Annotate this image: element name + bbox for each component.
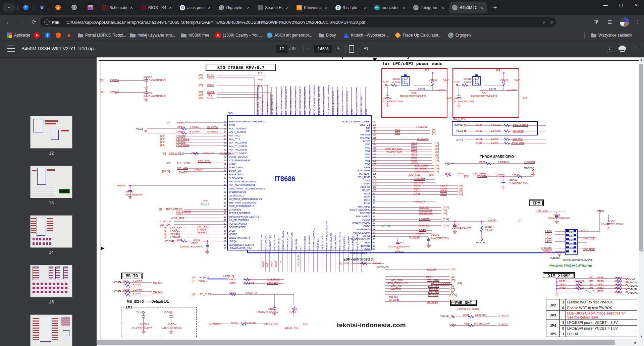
reload-button[interactable]: ⟳ <box>29 17 39 27</box>
url-field[interactable]: i Plik C:/Users/kapix/AppData/Local/Temp… <box>40 17 556 27</box>
pinned-tab-crown[interactable]: ♛ <box>36 3 48 12</box>
schematic-label: [23] <box>303 323 308 325</box>
scroll-down-arrow-icon[interactable]: ▼ <box>639 334 644 339</box>
bookmark-tradeup[interactable]: Trade Up Calculator... <box>393 31 443 39</box>
schematic-label: SLP_S5- <box>419 206 429 209</box>
folder-icon <box>78 33 83 38</box>
bookmark-ascii-art[interactable]: ASCII art generator... <box>265 31 314 39</box>
browser-menu-icon[interactable]: ⋮ <box>633 18 641 26</box>
file-info-icon[interactable]: i <box>44 19 50 25</box>
tab-na-pln[interactable]: G $ na pln - Szu ✕ <box>333 2 370 13</box>
vertical-scrollbar-thumb[interactable] <box>639 64 643 251</box>
thumbnail-page-12[interactable] <box>30 116 72 149</box>
gear-icon <box>267 33 272 38</box>
close-tab-icon[interactable]: ✕ <box>284 5 290 10</box>
tab-search-result[interactable]: Search Result ✕ <box>255 2 292 13</box>
thumbnail-page-16[interactable] <box>30 314 72 346</box>
bookmark-ergogen[interactable]: Ergogen <box>446 31 473 39</box>
profile-avatar[interactable] <box>620 17 629 27</box>
crown-icon: ♛ <box>39 5 45 10</box>
window-minimize-button[interactable]: — <box>598 0 613 11</box>
tab-search-button[interactable]: ⌄ <box>3 3 15 12</box>
pinned-tab-flame[interactable] <box>52 3 64 12</box>
schematic-label: SIO_WD- <box>513 138 523 140</box>
bookmark-czarny[interactable]: (1389) Czarny - You... <box>213 31 264 39</box>
scroll-up-arrow-icon[interactable]: ▲ <box>639 57 644 62</box>
tab-gigabyte[interactable]: Gigabyte B55 ✕ <box>216 2 254 13</box>
schematic-label: [23] <box>451 301 455 303</box>
window-maximize-button[interactable]: ▢ <box>613 0 629 11</box>
schematic-label: -RSMRST <box>524 161 535 164</box>
tab-mercedes[interactable]: olx mercedes w2 ✕ <box>372 2 409 13</box>
pinned-tab-facebook[interactable]: f <box>20 3 32 12</box>
bookmark-star-icon[interactable]: ☆ <box>548 19 556 25</box>
divider <box>50 5 50 10</box>
close-tab-icon[interactable]: ✕ <box>401 5 407 10</box>
tab-b450m-ds3h-active[interactable]: B450M DS3H ✕ <box>449 2 487 13</box>
back-button[interactable]: ← <box>3 17 13 27</box>
tab-konwersja[interactable]: Konwersja Mi ✕ <box>294 2 331 13</box>
bookmark-allegro-a[interactable]: a <box>64 31 76 39</box>
bookmark-librus[interactable]: Portal LIBRUS Rodzi... <box>76 31 128 39</box>
close-tab-icon[interactable]: ✕ <box>440 5 445 10</box>
close-tab-icon[interactable]: ✕ <box>479 5 484 10</box>
menu-hamburger-icon[interactable] <box>7 46 15 52</box>
bookmark-allegro[interactable] <box>54 31 65 39</box>
tab-asus-prime[interactable]: G asus prime b5 ✕ <box>177 2 215 13</box>
bookmark-biosy[interactable]: Biosy <box>317 31 338 39</box>
close-tab-icon[interactable]: ✕ <box>129 5 134 10</box>
reading-list-icon[interactable]: ☰ <box>606 18 614 26</box>
schematic-label: JP3 <box>258 78 262 81</box>
new-tab-button[interactable]: + <box>490 3 500 13</box>
forward-button[interactable]: → <box>16 17 26 27</box>
schematic-label: APU_SIC <box>391 285 402 288</box>
page-number-input[interactable]: 17 <box>276 45 287 53</box>
bookmark-youtube[interactable] <box>32 31 44 39</box>
bookmark-kittech[interactable]: Kittech - Wyposaże... <box>341 31 391 39</box>
extensions-puzzle-icon[interactable]: ⧩ <box>592 18 600 26</box>
bookmark-apps[interactable]: Aplikacje <box>5 31 32 39</box>
bookmark-mniej-uzywane[interactable]: mniej używane stro... <box>128 31 177 39</box>
tab-schematics[interactable]: Schematics - ✕ <box>99 2 137 13</box>
thumbnail-page-13[interactable] <box>30 166 72 198</box>
schematic-label: COPEN- <box>496 173 505 176</box>
print-button[interactable] <box>619 46 626 52</box>
zoom-level-input[interactable]: 146% <box>314 45 332 53</box>
close-tab-icon[interactable]: ✕ <box>207 5 212 10</box>
horizontal-scrollbar[interactable]: ▶ <box>97 339 639 346</box>
zoom-level-icon[interactable]: ⌕ <box>540 19 548 25</box>
window-close-button[interactable]: ✕ <box>629 0 644 11</box>
schematic-label: SOT23 <box>418 88 425 90</box>
zoom-out-button[interactable]: − <box>304 44 313 54</box>
schematic-label: [29] <box>199 76 203 79</box>
pinned-tab-shop[interactable] <box>85 3 96 12</box>
bookmark-facebook[interactable]: f <box>43 31 54 39</box>
schematic-label: OBC28 <box>383 97 391 100</box>
bookmark-all-bookmarks[interactable]: Wszystkie zakładki <box>589 31 634 39</box>
tab-bios[interactable]: BIOS - B450M ✕ <box>138 2 176 13</box>
vertical-scrollbar[interactable]: ▲ ▼ <box>639 57 644 346</box>
horizontal-scrollbar-thumb[interactable] <box>97 340 615 345</box>
schematic-label: 3VDUAL <box>550 257 560 260</box>
pdf-menu-dots-icon[interactable]: ⋮ <box>632 45 640 53</box>
zoom-in-button[interactable]: + <box>334 44 343 54</box>
bookmark-ms360[interactable]: MS360 free <box>179 31 211 39</box>
schematic-label: IO_GP35 <box>513 130 524 132</box>
fit-page-button[interactable] <box>349 45 354 53</box>
close-tab-icon[interactable]: ✕ <box>246 5 251 10</box>
thumbnail-page-15[interactable] <box>30 265 72 297</box>
tab-title: Konwersja Mi <box>304 5 321 10</box>
scroll-right-arrow-icon[interactable]: ▶ <box>633 340 638 345</box>
thumbnail-page-14[interactable] <box>30 215 72 248</box>
close-tab-icon[interactable]: ✕ <box>362 5 368 10</box>
close-tab-icon[interactable]: ✕ <box>168 5 173 10</box>
schematic-label: IO_GP35 <box>220 152 230 155</box>
schematic-label: VIN3(+5V_SEN) <box>386 151 402 153</box>
tab-telegram[interactable]: Telegram: Co ✕ <box>411 2 448 13</box>
rotate-button[interactable]: ⟲ <box>362 45 370 53</box>
pinned-tab-globe[interactable] <box>68 3 80 12</box>
download-button[interactable]: ↓ <box>606 45 614 53</box>
schematic-label: OBC6 <box>191 242 198 245</box>
schematic-label: VCC3 <box>449 324 456 327</box>
close-tab-icon[interactable]: ✕ <box>323 5 329 10</box>
